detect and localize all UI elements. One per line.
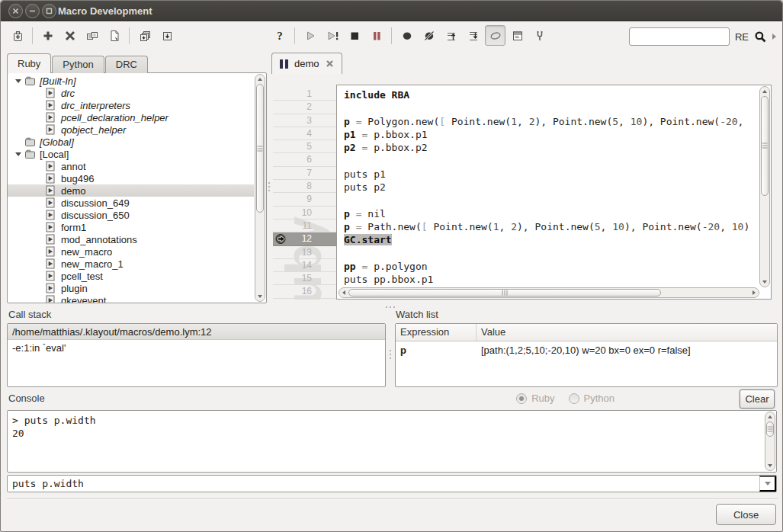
search-icon[interactable]	[754, 30, 767, 43]
tree-item-pcell_test[interactable]: pcell_test	[8, 270, 254, 282]
tree-item-bug496[interactable]: bug496	[8, 172, 254, 184]
run-from-current-button[interactable]	[322, 25, 342, 46]
gutter-line-11[interactable]: 11	[273, 220, 336, 232]
gutter-line-9[interactable]: 9	[273, 193, 336, 206]
editor-horizontal-scrollbar[interactable]	[339, 287, 759, 298]
gutter-line-15[interactable]: 15	[273, 272, 336, 285]
scrollbar-track[interactable]	[765, 421, 775, 461]
delete-macro-button[interactable]	[59, 25, 80, 46]
value-column-header[interactable]: Value	[477, 324, 510, 341]
scroll-up-arrow[interactable]	[255, 75, 265, 84]
save-all-button[interactable]	[134, 25, 155, 46]
tree-item-drc_interpreters[interactable]: drc_interpreters	[8, 99, 254, 111]
console-vertical-scrollbar[interactable]	[765, 412, 775, 471]
tab-close-icon[interactable]	[326, 59, 334, 68]
tree-item-built-in[interactable]: [Built-In]	[8, 75, 254, 87]
search-input[interactable]	[629, 27, 730, 46]
toolbar-extension-arrow-icon[interactable]	[772, 34, 776, 40]
gutter-line-7[interactable]: 7	[273, 167, 336, 180]
titlebar[interactable]: Macro Development	[1, 1, 782, 21]
tree-item-demo[interactable]: demo	[8, 184, 254, 197]
callstack-watch-splitter-handle[interactable]	[390, 350, 391, 359]
gutter-line-14[interactable]: 14	[273, 259, 336, 272]
step-into-button[interactable]	[441, 25, 461, 46]
tree-item-local[interactable]: [Local]	[8, 148, 254, 160]
tree-item-discussion_649[interactable]: discussion_649	[8, 197, 254, 209]
gutter-line-12[interactable]: 12	[273, 232, 336, 245]
gutter-line-8[interactable]: 8	[273, 180, 336, 193]
clear-breakpoints-button[interactable]	[419, 25, 439, 46]
window-minimize-button[interactable]	[25, 4, 40, 18]
tab-drc[interactable]: DRC	[105, 56, 148, 73]
scrollbar-thumb[interactable]	[761, 96, 769, 196]
code-editor[interactable]: include RBA p = Polygon.new([ Point.new(…	[336, 85, 772, 300]
rename-macro-button[interactable]	[82, 25, 102, 46]
tree-item-qkeyevent[interactable]: qkeyevent	[8, 294, 254, 303]
gutter-line-1[interactable]: 1	[273, 88, 336, 101]
tab-ruby[interactable]: Ruby	[7, 53, 51, 73]
scrollbar-thumb[interactable]	[766, 421, 774, 437]
scrollbar-thumb[interactable]	[348, 289, 661, 296]
horizontal-splitter-handle[interactable]	[386, 306, 395, 308]
scrollbar-track[interactable]	[348, 288, 749, 297]
expander-icon[interactable]	[12, 79, 24, 83]
help-button[interactable]: ?	[269, 25, 290, 46]
panel-splitter-handle[interactable]	[268, 182, 270, 191]
interpreter-radio-python[interactable]: Python	[569, 393, 615, 404]
tree-item-discussion_650[interactable]: discussion_650	[8, 209, 254, 221]
tree-item-new_macro[interactable]: new_macro	[8, 245, 254, 258]
close-dialog-button[interactable]: Close	[716, 504, 776, 525]
tab-python[interactable]: Python	[52, 56, 104, 73]
tree-vertical-scrollbar[interactable]	[255, 74, 265, 302]
tree-item-qobject_helper[interactable]: qobject_helper	[8, 123, 254, 136]
tree-item-new_macro_1[interactable]: new_macro_1	[8, 258, 254, 270]
gutter-line-13[interactable]: 13	[273, 246, 336, 259]
setup-button[interactable]	[529, 25, 550, 46]
run-button[interactable]	[300, 25, 320, 46]
console-history-dropdown-button[interactable]	[759, 476, 776, 492]
call-stack-frame-0[interactable]: /home/matthias/.klayout/macros/demo.lym:…	[8, 324, 385, 340]
tree-item-plugin[interactable]: plugin	[8, 282, 254, 294]
console-output[interactable]: > puts p.width20	[8, 411, 764, 472]
window-maximize-button[interactable]	[42, 4, 56, 18]
scroll-down-arrow[interactable]	[255, 292, 265, 301]
import-macro-button[interactable]	[104, 25, 124, 46]
editor-gutter[interactable]: Ruby 12345678910111213141516	[273, 85, 336, 300]
tree-item-annot[interactable]: annot	[8, 160, 254, 172]
pause-button[interactable]	[366, 25, 387, 46]
window-close-button[interactable]	[8, 4, 23, 18]
save-button[interactable]	[156, 25, 177, 46]
interpreter-radio-ruby[interactable]: Ruby	[516, 393, 554, 404]
step-over-button[interactable]	[463, 25, 483, 46]
scroll-down-arrow[interactable]	[760, 277, 769, 287]
tree-item-global[interactable]: [Global]	[8, 136, 254, 148]
single-step-toggle[interactable]	[485, 25, 505, 46]
tree-item-mod_annotations[interactable]: mod_annotations	[8, 233, 254, 245]
scroll-up-arrow[interactable]	[760, 87, 769, 96]
scrollbar-track[interactable]	[255, 84, 265, 292]
editor-vertical-scrollbar[interactable]	[759, 86, 770, 287]
clear-console-button[interactable]: Clear	[740, 389, 775, 409]
expression-column-header[interactable]: Expression	[396, 324, 477, 341]
new-macro-button[interactable]	[37, 25, 58, 46]
gutter-line-6[interactable]: 6	[273, 153, 336, 166]
scroll-up-arrow[interactable]	[765, 412, 775, 421]
console-input[interactable]	[8, 476, 759, 492]
properties-button[interactable]	[507, 25, 528, 46]
gutter-line-5[interactable]: 5	[273, 140, 336, 153]
gutter-line-2[interactable]: 2	[273, 101, 336, 114]
scroll-left-arrow[interactable]	[339, 288, 348, 297]
tree-item-pcell_declaration_helper[interactable]: pcell_declaration_helper	[8, 111, 254, 123]
scroll-right-arrow[interactable]	[749, 288, 759, 297]
watch-row[interactable]: p[path:(1,2;5,10;-20,10) w=20 bx=0 ex=0 …	[396, 341, 777, 358]
gutter-line-4[interactable]: 4	[273, 127, 336, 140]
tree-item-drc[interactable]: drc	[8, 87, 254, 99]
expander-icon[interactable]	[12, 152, 24, 156]
gutter-line-3[interactable]: 3	[273, 114, 336, 127]
breakpoint-button[interactable]	[396, 25, 417, 46]
add-location-button[interactable]	[7, 25, 27, 46]
gutter-line-10[interactable]: 10	[273, 207, 336, 220]
gutter-line-16[interactable]: 16	[273, 285, 336, 298]
scrollbar-thumb[interactable]	[256, 84, 264, 213]
stop-button[interactable]	[344, 25, 364, 46]
